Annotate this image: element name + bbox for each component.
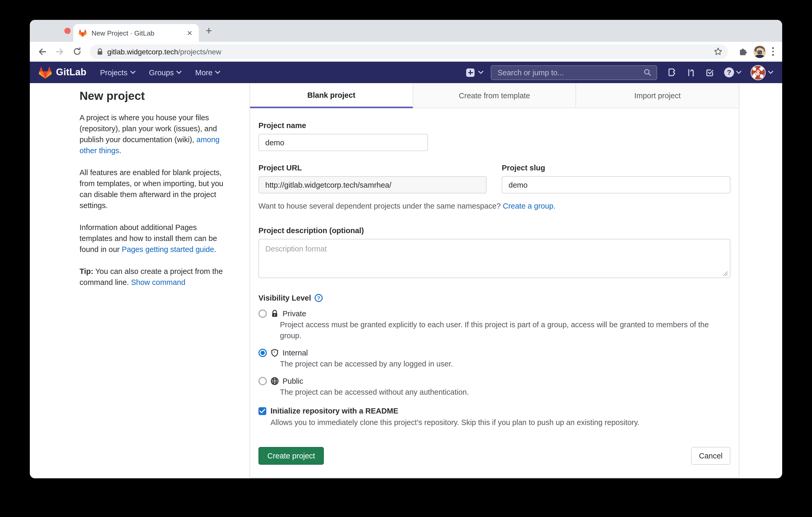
global-search[interactable] — [491, 65, 657, 80]
new-tab-button[interactable]: + — [206, 25, 212, 37]
browser-profile-avatar[interactable] — [753, 45, 766, 58]
option-label[interactable]: Private — [283, 309, 306, 318]
readme-section: Initialize repository with a README Allo… — [258, 407, 730, 428]
navbar-menus: Projects Groups More — [100, 68, 220, 77]
page-content: New project A project is where you house… — [30, 83, 782, 478]
readme-description: Allows you to immediately clone this pro… — [270, 417, 730, 428]
help-menu[interactable]: ? — [724, 67, 742, 78]
visibility-help-icon[interactable]: ? — [315, 294, 323, 302]
option-head: Private — [258, 309, 730, 318]
menu-groups[interactable]: Groups — [149, 68, 181, 77]
cancel-button[interactable]: Cancel — [691, 447, 730, 465]
address-bar[interactable]: gitlab.widgetcorp.tech/projects/new — [90, 44, 727, 59]
sidebar: New project A project is where you house… — [80, 89, 230, 299]
gitlab-favicon — [79, 29, 87, 37]
tab-import-project[interactable]: Import project — [576, 83, 739, 108]
lock-icon — [97, 48, 103, 55]
browser-menu-icon[interactable] — [772, 47, 774, 56]
option-label[interactable]: Internal — [283, 349, 308, 357]
option-description: The project can be accessed without any … — [280, 387, 723, 398]
menu-more[interactable]: More — [195, 68, 220, 77]
gitlab-navbar: GitLab Projects Groups More — [30, 62, 782, 83]
browser-tab[interactable]: New Project · GitLab ✕ — [73, 24, 199, 42]
project-slug-column: Project slug — [502, 163, 730, 193]
globe-icon — [270, 377, 279, 385]
page-title: New project — [80, 89, 230, 103]
screen: New Project · GitLab ✕ + gitlab.widgetc — [0, 0, 812, 517]
back-icon[interactable] — [37, 46, 48, 57]
new-project-panel: Blank project Create from template Impor… — [250, 83, 739, 478]
tab-blank-project[interactable]: Blank project — [250, 83, 412, 108]
project-slug-label: Project slug — [502, 163, 730, 172]
visibility-option-private: Private Project access must be granted e… — [258, 309, 730, 341]
user-avatar[interactable] — [751, 66, 765, 79]
avatar-chevron-icon[interactable] — [768, 70, 773, 74]
browser-tab-strip: New Project · GitLab ✕ + — [30, 20, 782, 42]
chevron-down-icon — [736, 70, 742, 74]
form-actions: Create project Cancel — [258, 447, 730, 465]
public-radio[interactable] — [258, 377, 267, 385]
todo-icon[interactable] — [705, 68, 714, 77]
chevron-down-icon — [176, 70, 181, 74]
project-description-label: Project description (optional) — [258, 226, 730, 235]
navbar-right: ? — [466, 65, 773, 80]
check-icon — [260, 408, 265, 413]
tab-create-from-template[interactable]: Create from template — [412, 83, 576, 108]
gitlab-wordmark: GitLab — [56, 67, 86, 78]
project-url-input[interactable] — [258, 176, 487, 193]
private-radio[interactable] — [258, 309, 267, 318]
project-name-input[interactable] — [258, 134, 428, 151]
close-tab-icon[interactable]: ✕ — [186, 29, 194, 37]
resize-grip-icon[interactable] — [723, 271, 728, 276]
issues-icon[interactable] — [668, 68, 676, 77]
show-command-link[interactable]: Show command — [131, 278, 185, 286]
new-menu-button[interactable] — [466, 68, 484, 77]
visibility-level-row: Visibility Level ? — [258, 294, 730, 302]
blank-project-form: Project name Project URL Project slug Wa… — [250, 108, 739, 477]
lock-icon — [270, 309, 279, 318]
create-project-button[interactable]: Create project — [258, 447, 324, 465]
readme-checkbox[interactable] — [258, 407, 266, 415]
sidebar-paragraph: A project is where you house your files … — [80, 112, 230, 156]
chevron-down-icon — [478, 70, 484, 74]
search-input[interactable] — [496, 68, 643, 77]
visibility-option-internal: Internal The project can be accessed by … — [258, 349, 730, 370]
description-field-wrap — [258, 239, 730, 280]
plus-square-icon — [466, 68, 474, 77]
visibility-option-public: Public The project can be accessed witho… — [258, 377, 730, 398]
project-description-textarea[interactable] — [258, 239, 730, 278]
bookmark-star-icon[interactable] — [714, 47, 722, 56]
extensions-puzzle-icon[interactable] — [737, 47, 747, 57]
pages-guide-link[interactable]: Pages getting started guide — [122, 245, 214, 253]
option-label[interactable]: Public — [283, 377, 303, 385]
create-group-link[interactable]: Create a group. — [503, 202, 556, 210]
browser-window: New Project · GitLab ✕ + gitlab.widgetc — [30, 20, 782, 478]
url-slug-row: Project URL Project slug — [258, 163, 730, 193]
reload-icon[interactable] — [72, 46, 82, 57]
project-slug-input[interactable] — [502, 176, 730, 193]
readme-head: Initialize repository with a README — [258, 407, 730, 415]
close-window-button[interactable] — [64, 28, 70, 34]
sidebar-paragraph: All features are enabled for blank proje… — [80, 167, 230, 211]
tab-title: New Project · GitLab — [92, 29, 186, 37]
menu-projects[interactable]: Projects — [100, 68, 135, 77]
merge-request-icon[interactable] — [687, 68, 695, 77]
url-path: /projects/new — [178, 47, 221, 56]
help-icon: ? — [724, 67, 734, 78]
readme-label[interactable]: Initialize repository with a README — [270, 407, 398, 415]
url-domain: gitlab.widgetcorp.tech — [107, 47, 178, 56]
option-description: The project can be accessed by any logge… — [280, 359, 723, 370]
project-type-tabs: Blank project Create from template Impor… — [250, 83, 739, 108]
url-text: gitlab.widgetcorp.tech/projects/new — [107, 47, 710, 56]
option-description: Project access must be granted explicitl… — [280, 320, 723, 341]
option-head: Public — [258, 377, 730, 385]
chevron-down-icon — [130, 70, 135, 74]
forward-icon[interactable] — [54, 46, 65, 57]
browser-toolbar: gitlab.widgetcorp.tech/projects/new — [30, 42, 782, 62]
gitlab-brand[interactable]: GitLab — [39, 66, 86, 79]
project-name-label: Project name — [258, 121, 730, 130]
option-head: Internal — [258, 349, 730, 357]
shield-icon — [270, 349, 279, 357]
project-url-column: Project URL — [258, 163, 487, 193]
internal-radio[interactable] — [258, 349, 267, 357]
